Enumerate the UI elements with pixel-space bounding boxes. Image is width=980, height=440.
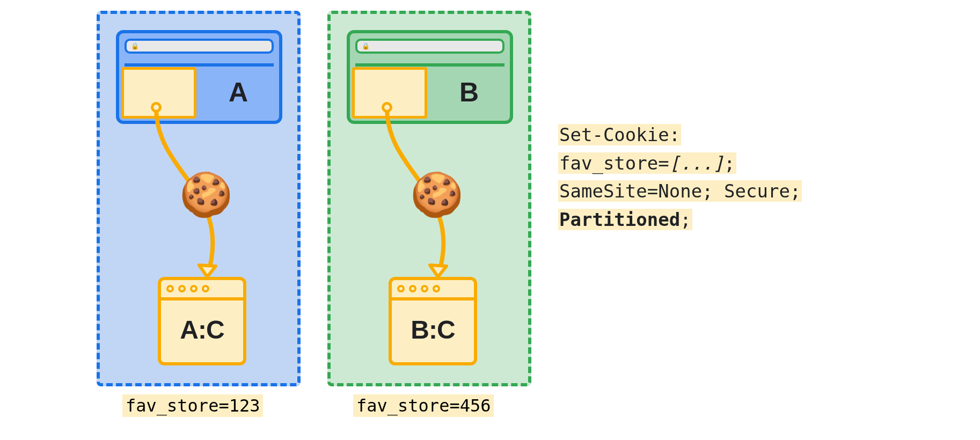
url-bar: 🔒 <box>125 39 274 54</box>
diagram-stage: 🔒 A 🍪 A:C 🔒 <box>5 5 975 435</box>
code-line-1: Set-Cookie: <box>558 124 681 145</box>
jar-dot-icon <box>409 285 416 292</box>
cookie-icon: 🍪 <box>410 170 464 220</box>
partition-a: 🔒 A 🍪 A:C <box>97 11 301 386</box>
toolbar-strip <box>125 57 274 67</box>
cookie-icon: 🍪 <box>179 170 233 220</box>
caption-b: fav_store=456 <box>353 394 494 417</box>
cookie-jar-b: B:C <box>389 277 477 365</box>
jar-header <box>161 280 243 300</box>
partition-b: 🔒 B 🍪 B:C <box>327 11 531 386</box>
code-line-3: SameSite=None; Secure; <box>558 180 802 202</box>
connector-dot <box>382 102 392 113</box>
jar-dot-icon <box>433 285 440 292</box>
connector-dot <box>151 102 162 113</box>
cookie-jar-a: A:C <box>158 277 246 365</box>
jar-dot-icon <box>397 285 405 292</box>
url-bar: 🔒 <box>355 39 504 54</box>
jar-label-a: A:C <box>161 300 243 359</box>
jar-dot-icon <box>421 285 428 292</box>
jar-dot-icon <box>202 285 209 292</box>
jar-dot-icon <box>178 285 186 292</box>
set-cookie-code: Set-Cookie: fav_store=[...]; SameSite=No… <box>558 121 802 234</box>
code-line-2: fav_store=[...]; <box>558 152 736 174</box>
browser-window-a: 🔒 A <box>116 30 282 124</box>
browser-window-b: 🔒 B <box>347 30 513 124</box>
lock-icon: 🔒 <box>362 42 370 50</box>
site-label-a: A <box>229 77 248 108</box>
caption-a: fav_store=123 <box>122 394 263 417</box>
site-label-b: B <box>459 77 479 108</box>
jar-label-b: B:C <box>392 300 474 359</box>
lock-icon: 🔒 <box>131 42 139 50</box>
jar-dot-icon <box>190 285 198 292</box>
jar-dot-icon <box>166 285 174 292</box>
toolbar-strip <box>355 57 504 67</box>
jar-header <box>392 280 474 300</box>
code-line-4: Partitioned; <box>558 209 692 230</box>
